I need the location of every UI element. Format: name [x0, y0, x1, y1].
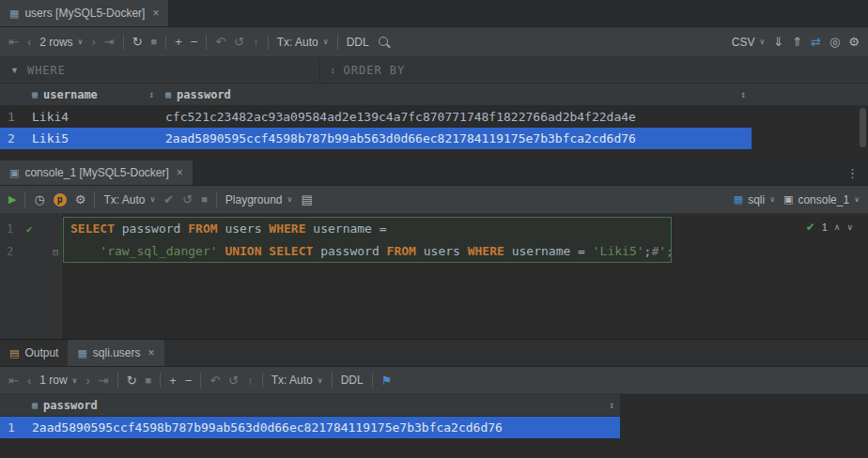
chevron-down-icon: ∨: [72, 376, 78, 385]
where-filter[interactable]: ▼ WHERE: [0, 57, 319, 83]
playground-dropdown[interactable]: Playground ∨: [225, 193, 293, 206]
toolbar-separator: [332, 373, 333, 388]
data-grid-panel: ▦ users [MySQL5-Docker] × ⇤ ‹ 2 rows ∨ ›…: [0, 0, 868, 160]
revert-button[interactable]: ↺: [228, 374, 239, 387]
tab-sqli-users-result[interactable]: ▦ sqli.users ×: [68, 340, 163, 366]
last-row-button[interactable]: ⇥: [104, 36, 115, 48]
tab-output[interactable]: ▤ Output: [0, 340, 68, 366]
commit-button[interactable]: ✔: [163, 193, 174, 206]
import-data-icon[interactable]: ⇑: [792, 36, 802, 48]
undo-button[interactable]: ↶: [209, 374, 220, 387]
delete-row-button[interactable]: −: [185, 374, 193, 387]
run-success-marker-icon[interactable]: ✔: [26, 223, 33, 236]
column-header-password[interactable]: ▦ password ↕: [26, 394, 620, 416]
password-cell[interactable]: 2aad5890595ccf4598b787b99ab563d0d66ec821…: [26, 417, 620, 438]
tab-users-table[interactable]: ▦ users [MySQL5-Docker] ×: [0, 0, 168, 26]
table-row-selected[interactable]: 2 Liki5 2aad5890595ccf4598b787b99ab563d0…: [0, 128, 752, 149]
submit-button[interactable]: ↑: [253, 36, 259, 48]
submit-button[interactable]: ↑: [247, 374, 254, 387]
run-button[interactable]: ▶: [8, 194, 16, 205]
stop-button[interactable]: ■: [151, 37, 158, 47]
settings-gear-icon[interactable]: ⚙: [848, 36, 860, 48]
revert-button[interactable]: ↺: [234, 36, 244, 48]
reload-button[interactable]: ↻: [127, 374, 137, 387]
column-icon: ▦: [32, 400, 38, 410]
toolbar-separator: [123, 35, 124, 50]
column-header-username[interactable]: ▦ username ↕: [26, 84, 160, 105]
sql-editor[interactable]: 1 ✔ 2 ⊟ SELECT password FROM users WHERE…: [0, 214, 868, 339]
tx-mode-label: Tx: Auto: [271, 374, 313, 387]
export-data-icon[interactable]: ⇓: [773, 36, 783, 48]
ddl-button[interactable]: DDL: [341, 374, 364, 387]
password-cell[interactable]: 2aad5890595ccf4598b787b99ab563d0d66ec821…: [160, 128, 752, 149]
view-options-eye-icon[interactable]: ◎: [829, 36, 840, 48]
close-icon[interactable]: ×: [148, 346, 155, 359]
sort-icon[interactable]: ↕: [148, 89, 154, 99]
ddl-button[interactable]: DDL: [347, 36, 369, 49]
order-by-filter[interactable]: ↕ ORDER BY: [320, 57, 415, 83]
column-header-password[interactable]: ▦ password ↕: [160, 84, 752, 105]
toolbar-separator: [337, 35, 338, 50]
password-cell[interactable]: cfc521c23482ac93a09584ad2e139c4a7fc87077…: [160, 106, 752, 128]
close-icon[interactable]: ×: [177, 166, 183, 179]
previous-page-button[interactable]: ‹: [27, 36, 31, 48]
delete-row-button[interactable]: −: [191, 36, 198, 48]
previous-problem-chevron-icon[interactable]: ∧: [834, 222, 841, 232]
next-page-button[interactable]: ›: [85, 374, 89, 387]
editor-code-area[interactable]: SELECT password FROM users WHERE usernam…: [62, 214, 868, 339]
console-tab-bar: ▣ console_1 [MySQL5-Docker] × ⋮: [0, 160, 868, 186]
fold-icon[interactable]: ⊟: [53, 247, 58, 257]
output-layout-icon[interactable]: ▤: [301, 193, 312, 206]
undo-button[interactable]: ↶: [215, 36, 225, 48]
code-line[interactable]: 'raw_sql_danger' UNION SELECT password F…: [62, 240, 868, 263]
rollback-button[interactable]: ↺: [182, 193, 193, 206]
sync-icon[interactable]: ⇄: [811, 36, 821, 48]
history-clock-icon[interactable]: ◷: [34, 193, 44, 206]
pin-tab-icon[interactable]: ⚑: [381, 374, 393, 387]
tx-mode-dropdown[interactable]: Tx: Auto ∨: [103, 193, 155, 206]
tab-console-1[interactable]: ▣ console_1 [MySQL5-Docker] ×: [0, 160, 193, 185]
toolbar-separator: [206, 35, 207, 50]
grid-column-headers: ▦ username ↕ ▦ password ↕: [0, 84, 868, 106]
add-row-button[interactable]: +: [175, 36, 182, 48]
tx-mode-dropdown[interactable]: Tx: Auto ∨: [277, 36, 329, 49]
page-size-dropdown[interactable]: 2 rows ∨: [39, 36, 83, 49]
table-row[interactable]: 1 Liki4 cfc521c23482ac93a09584ad2e139c4a…: [0, 106, 752, 128]
stop-button[interactable]: ■: [146, 375, 152, 386]
inspection-count: 1: [822, 221, 828, 233]
username-cell[interactable]: Liki5: [26, 128, 160, 149]
where-filter-input[interactable]: WHERE: [27, 64, 66, 77]
search-icon[interactable]: [378, 36, 391, 49]
next-page-button[interactable]: ›: [91, 36, 95, 48]
first-row-button[interactable]: ⇤: [8, 36, 19, 48]
vertical-scrollbar[interactable]: [860, 108, 866, 147]
code-line[interactable]: SELECT password FROM users WHERE usernam…: [62, 218, 868, 240]
order-by-icon: ↕: [331, 66, 335, 75]
session-dropdown[interactable]: ▣ console_1 ∨: [783, 193, 860, 206]
close-icon[interactable]: ×: [152, 7, 159, 20]
order-by-input[interactable]: ORDER BY: [344, 64, 406, 77]
schema-dropdown[interactable]: ▦ sqli ∨: [734, 193, 775, 206]
toolbar-separator: [24, 192, 25, 207]
reload-button[interactable]: ↻: [132, 36, 143, 48]
tx-mode-dropdown[interactable]: Tx: Auto ∨: [271, 374, 323, 387]
stop-button[interactable]: ■: [201, 194, 208, 205]
username-cell[interactable]: Liki4: [26, 106, 160, 128]
schema-label: sqli: [748, 193, 765, 206]
sort-icon[interactable]: ↕: [609, 400, 614, 410]
parameters-icon[interactable]: p: [54, 193, 67, 206]
first-row-button[interactable]: ⇤: [8, 374, 19, 387]
grid-tab-bar: ▦ users [MySQL5-Docker] ×: [0, 0, 868, 27]
playground-label: Playground: [225, 193, 283, 206]
sort-icon[interactable]: ↕: [740, 89, 746, 99]
last-row-button[interactable]: ⇥: [99, 374, 109, 387]
table-row-selected[interactable]: 1 2aad5890595ccf4598b787b99ab563d0d66ec8…: [0, 417, 620, 438]
next-problem-chevron-icon[interactable]: ∨: [846, 222, 853, 232]
previous-page-button[interactable]: ‹: [27, 374, 31, 387]
wrench-settings-icon[interactable]: ⚙: [75, 193, 86, 206]
more-options-kebab-icon[interactable]: ⋮: [837, 166, 868, 180]
add-row-button[interactable]: +: [169, 374, 177, 387]
csv-format-dropdown[interactable]: CSV ∨: [732, 36, 766, 49]
table-icon: ▦: [77, 347, 86, 359]
page-size-dropdown[interactable]: 1 row ∨: [39, 374, 77, 387]
